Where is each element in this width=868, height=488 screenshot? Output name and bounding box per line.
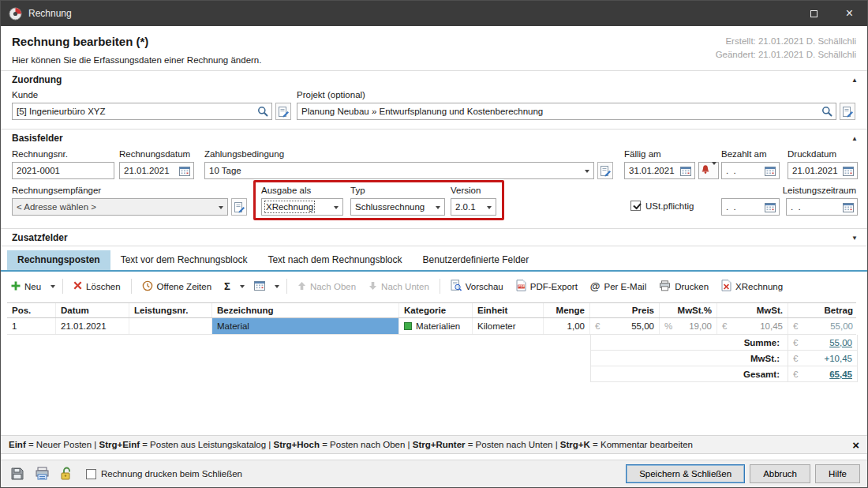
chevron-down-icon[interactable] xyxy=(581,163,593,178)
bezahlt-am-input[interactable] xyxy=(726,166,763,175)
chevron-down-icon[interactable] xyxy=(215,199,227,215)
col-header-mwst: MwSt. xyxy=(717,303,788,317)
gesamt-label: Gesamt: xyxy=(591,366,788,381)
new-dropdown-button[interactable] xyxy=(48,279,58,294)
move-up-button[interactable]: Nach Oben xyxy=(292,278,361,295)
chevron-down-icon[interactable] xyxy=(330,199,342,215)
tab-rechnungsposten[interactable]: Rechnungsposten xyxy=(7,250,110,270)
calendar-icon[interactable] xyxy=(841,163,855,178)
sum-dropdown-button[interactable] xyxy=(238,279,247,294)
leistungszeitraum-von-field[interactable] xyxy=(721,198,780,216)
cell-einheit[interactable]: Kilometer xyxy=(473,318,544,334)
cell-leistungsnr[interactable] xyxy=(129,318,212,334)
print-button[interactable]: Drucken xyxy=(653,277,714,296)
zahlungsbedingung-select[interactable]: 10 Tage xyxy=(204,162,594,179)
table-row[interactable]: 1 21.01.2021 Material Materialien Kilome… xyxy=(7,318,856,335)
collapse-basisfelder-icon[interactable]: ▲ xyxy=(851,135,858,142)
delete-button[interactable]: Löschen xyxy=(68,278,125,295)
projekt-field[interactable] xyxy=(297,103,836,120)
sum-button[interactable]: Σ xyxy=(219,277,236,295)
chevron-down-icon[interactable] xyxy=(432,199,444,215)
cancel-button[interactable]: Abbruch xyxy=(750,464,810,483)
calendar-button[interactable] xyxy=(249,277,271,295)
save-close-button[interactable]: Speichern & Schließen xyxy=(626,464,745,483)
kunde-edit-button[interactable] xyxy=(275,103,291,120)
projekt-edit-button[interactable] xyxy=(840,103,855,120)
help-button[interactable]: Hilfe xyxy=(815,464,860,483)
rechnungsdatum-field[interactable] xyxy=(119,162,194,179)
gesamt-row: Gesamt: € 65,45 xyxy=(591,366,857,382)
open-times-button[interactable]: Offene Zeiten xyxy=(137,277,217,296)
druckdatum-field[interactable] xyxy=(788,162,858,179)
statusbar-close-icon[interactable]: × xyxy=(852,438,859,452)
cell-menge[interactable]: 1,00 xyxy=(544,318,590,334)
cell-datum[interactable]: 21.01.2021 xyxy=(56,318,129,334)
save-button[interactable] xyxy=(8,464,27,483)
leistungszeitraum-bis-field[interactable] xyxy=(786,198,858,216)
print-on-close-checkbox[interactable]: Rechnung drucken beim Schließen xyxy=(86,469,242,479)
leistungszeitraum-bis-input[interactable] xyxy=(791,202,841,212)
move-down-label: Nach Unten xyxy=(381,282,429,291)
close-button[interactable]: × xyxy=(832,1,867,26)
cell-mwst-pct[interactable]: % 19,00 xyxy=(660,318,717,334)
new-button[interactable]: Neu xyxy=(6,278,47,295)
search-icon[interactable] xyxy=(256,103,270,119)
faellig-am-input[interactable] xyxy=(629,166,679,175)
typ-select[interactable]: Schlussrechnung xyxy=(350,198,445,216)
rechnungsempfaenger-select[interactable]: < Adresse wählen > xyxy=(12,198,228,216)
search-icon[interactable] xyxy=(820,103,834,119)
calendar-icon[interactable] xyxy=(178,163,192,178)
preview-button[interactable]: Vorschau xyxy=(445,276,509,296)
kunde-field[interactable] xyxy=(12,103,272,120)
tab-text-vor-rechnungsblock[interactable]: Text vor dem Rechnungsblock xyxy=(110,250,258,270)
cell-mwst[interactable]: € 10,45 xyxy=(717,318,788,334)
email-button[interactable]: @ Per E-Mail xyxy=(585,277,652,295)
cell-betrag[interactable]: € 55,00 xyxy=(788,318,858,334)
maximize-button[interactable] xyxy=(796,1,832,26)
bezahlt-am-field[interactable] xyxy=(721,162,780,179)
calendar-icon[interactable] xyxy=(763,199,777,215)
move-down-button[interactable]: Nach Unten xyxy=(363,278,435,295)
collapse-zuordnung-icon[interactable]: ▲ xyxy=(851,77,858,84)
rechnungsdatum-input[interactable] xyxy=(124,166,178,175)
cell-kategorie[interactable]: Materialien xyxy=(399,318,473,334)
positions-toolbar: Neu Löschen Offene Zeiten Σ Nach Oben Na… xyxy=(1,272,867,301)
rechnungsnr-field[interactable] xyxy=(12,162,114,179)
cell-pos[interactable]: 1 xyxy=(7,318,56,334)
ausgabe-als-select[interactable]: XRechnung xyxy=(261,198,343,216)
toolbar-separator xyxy=(440,279,440,294)
rechnungsempfaenger-edit-button[interactable] xyxy=(231,198,247,216)
col-header-menge: Menge xyxy=(544,303,590,317)
chevron-down-icon[interactable] xyxy=(483,199,496,215)
projekt-input[interactable] xyxy=(301,107,820,116)
cell-bezeichnung-selected[interactable]: Material xyxy=(212,318,399,334)
version-select[interactable]: 2.0.1 xyxy=(451,198,496,216)
modified-text: Geändert: 21.01.2021 D. Schällchli xyxy=(716,48,856,62)
rechnungsnr-input[interactable] xyxy=(17,166,112,175)
cell-preis[interactable]: € 55,00 xyxy=(590,318,660,334)
ust-pflichtig-label: USt.pflichtig xyxy=(645,201,694,211)
leistungszeitraum-von-input[interactable] xyxy=(726,202,763,212)
lock-button[interactable] xyxy=(57,464,76,483)
calendar-dropdown-button[interactable] xyxy=(272,279,282,294)
print-settings-button[interactable] xyxy=(32,464,51,483)
pdf-export-button[interactable]: PDF PDF-Export xyxy=(511,276,583,296)
window: Rechnung × Rechnung bearbeiten (*) Hier … xyxy=(0,0,868,488)
faellig-am-field[interactable] xyxy=(624,162,695,179)
zahlungsbedingung-edit-button[interactable] xyxy=(597,162,613,179)
collapse-zusatzfelder-icon[interactable]: ▼ xyxy=(851,235,858,242)
tab-benutzerdefinierte-felder[interactable]: Benutzerdefinierte Felder xyxy=(413,250,540,270)
reminder-button[interactable] xyxy=(698,162,719,179)
col-header-mwst-pct: MwSt.% xyxy=(660,303,717,317)
xrechnung-button[interactable]: XRechnung xyxy=(716,276,788,296)
calendar-icon[interactable] xyxy=(763,163,777,178)
calendar-icon[interactable] xyxy=(679,163,693,178)
calendar-icon[interactable] xyxy=(841,199,855,215)
kunde-input[interactable] xyxy=(17,107,256,116)
tab-text-nach-rechnungsblock[interactable]: Text nach dem Rechnungsblock xyxy=(257,250,412,270)
ust-pflichtig-checkbox[interactable]: USt.pflichtig xyxy=(630,201,694,211)
email-label: Per E-Mail xyxy=(604,282,647,291)
shortcut-help-text: Einf = Neuer Posten | Strg+Einf = Posten… xyxy=(9,440,693,449)
xrechnung-label: XRechnung xyxy=(735,282,783,291)
druckdatum-input[interactable] xyxy=(792,166,841,175)
